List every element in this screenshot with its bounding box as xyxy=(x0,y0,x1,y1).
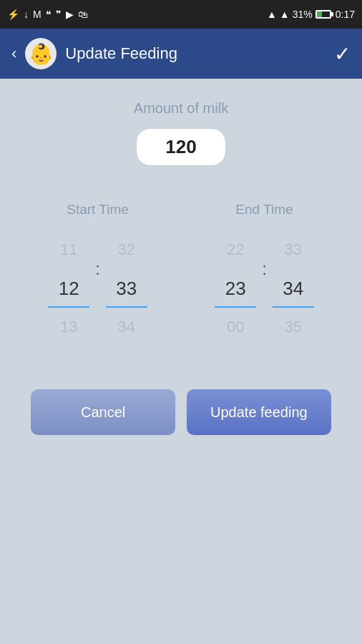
battery-percent: 31% xyxy=(293,9,313,20)
end-minute-column[interactable]: 33 34 35 xyxy=(271,230,315,346)
page-title: Update Feeding xyxy=(65,44,177,63)
start-hour-active: 12 xyxy=(47,269,91,308)
end-hour-column[interactable]: 22 23 00 xyxy=(213,230,258,346)
start-hour-column[interactable]: 11 12 13 xyxy=(47,230,91,346)
confirm-icon[interactable]: ✓ xyxy=(334,42,351,66)
signal-icon: ▲ xyxy=(280,9,290,20)
cancel-button[interactable]: Cancel xyxy=(31,389,175,435)
download-icon: ↓ xyxy=(24,9,29,20)
chat-icon: ❝ xyxy=(46,9,52,20)
play-icon: ▶ xyxy=(66,9,74,20)
start-hour-above: 11 xyxy=(47,230,91,269)
chat2-icon: ❞ xyxy=(56,9,62,20)
status-bar: ⚡ ↓ M ❝ ❞ ▶ 🛍 ▲ ▲ 31% 0:17 xyxy=(0,0,362,29)
end-time-label: End Time xyxy=(235,202,293,218)
main-content: Amount of milk 120 Start Time 11 12 13 :… xyxy=(0,79,362,644)
start-minute-column[interactable]: 32 33 34 xyxy=(104,230,149,346)
buttons-row: Cancel Update feeding xyxy=(31,389,331,435)
end-colon: : xyxy=(260,259,268,279)
start-time-section: Start Time 11 12 13 : 32 33 34 xyxy=(47,202,149,346)
end-time-columns: 22 23 00 : 33 34 35 xyxy=(213,230,315,346)
battery-icon xyxy=(315,10,333,19)
amount-label: Amount of milk xyxy=(134,100,228,117)
end-hour-active: 23 xyxy=(213,269,258,308)
start-minute-above: 32 xyxy=(104,230,149,269)
app-icon: 👶 xyxy=(25,38,57,69)
start-time-columns: 11 12 13 : 32 33 34 xyxy=(47,230,149,346)
end-minute-above: 33 xyxy=(271,230,315,269)
time-pickers-row: Start Time 11 12 13 : 32 33 34 xyxy=(14,202,348,346)
top-bar: ‹ 👶 Update Feeding ✓ xyxy=(0,29,362,79)
gmail-icon: M xyxy=(33,9,41,20)
end-time-section: End Time 22 23 00 : 33 34 35 xyxy=(213,202,315,346)
status-icons: ⚡ ↓ M ❝ ❞ ▶ 🛍 xyxy=(7,9,88,20)
amount-value[interactable]: 120 xyxy=(165,136,196,157)
wifi-icon: ▲ xyxy=(267,9,277,20)
update-button[interactable]: Update feeding xyxy=(187,389,331,435)
start-colon: : xyxy=(94,259,102,279)
end-hour-below: 00 xyxy=(213,308,258,346)
start-minute-below: 34 xyxy=(104,308,149,346)
end-hour-above: 22 xyxy=(213,230,258,269)
top-bar-left: ‹ 👶 Update Feeding xyxy=(11,38,177,69)
end-minute-below: 35 xyxy=(271,308,315,346)
clock: 0:17 xyxy=(336,9,355,20)
start-hour-below: 13 xyxy=(47,308,91,346)
bag-icon: 🛍 xyxy=(78,9,88,20)
start-time-label: Start Time xyxy=(67,202,129,218)
amount-input-wrapper[interactable]: 120 xyxy=(136,128,225,166)
usb-icon: ⚡ xyxy=(7,9,19,20)
status-right: ▲ ▲ 31% 0:17 xyxy=(267,9,355,20)
back-arrow-icon[interactable]: ‹ xyxy=(11,44,16,63)
baby-icon: 👶 xyxy=(29,42,54,66)
end-minute-active: 34 xyxy=(271,269,315,308)
start-minute-active: 33 xyxy=(104,269,149,308)
